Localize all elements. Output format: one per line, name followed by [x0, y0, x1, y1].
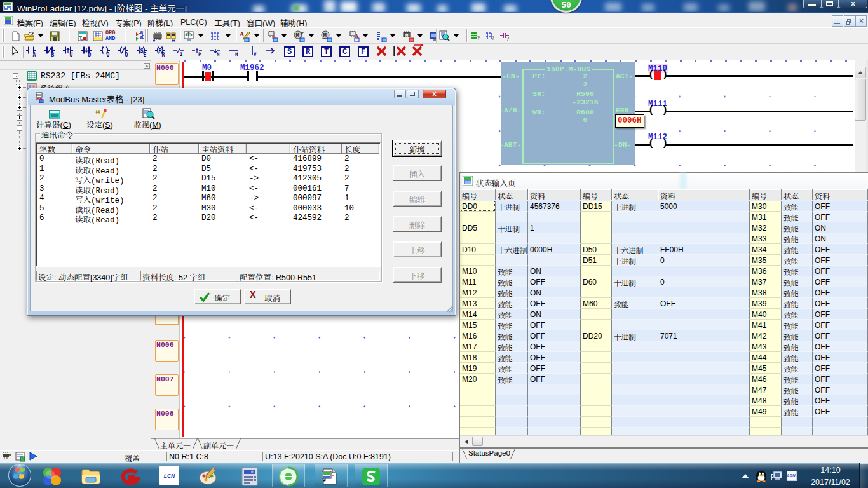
svg-text:V: V	[254, 51, 257, 57]
svg-text:M: M	[323, 32, 327, 39]
svg-text:R: R	[162, 52, 165, 57]
svg-text:E: E	[144, 52, 147, 57]
svg-text:A: A	[240, 30, 245, 37]
svg-text:?: ?	[477, 35, 480, 41]
svg-text:I: I	[180, 51, 183, 57]
svg-text:O: O	[107, 52, 110, 57]
svg-text:U: U	[70, 52, 73, 57]
svg-text:M: M	[296, 32, 300, 39]
svg-text:B: B	[51, 52, 55, 57]
svg-text:P: P	[198, 51, 201, 57]
svg-text:0: 0	[251, 470, 254, 474]
svg-text:M: M	[405, 33, 408, 38]
svg-text:H: H	[235, 51, 238, 57]
svg-text:N: N	[217, 51, 220, 57]
svg-text:D: D	[88, 52, 92, 57]
svg-text:?: ?	[492, 35, 494, 41]
svg-text:?: ?	[506, 36, 509, 41]
svg-text:Q: Q	[125, 52, 128, 57]
svg-text:A: A	[33, 52, 36, 57]
